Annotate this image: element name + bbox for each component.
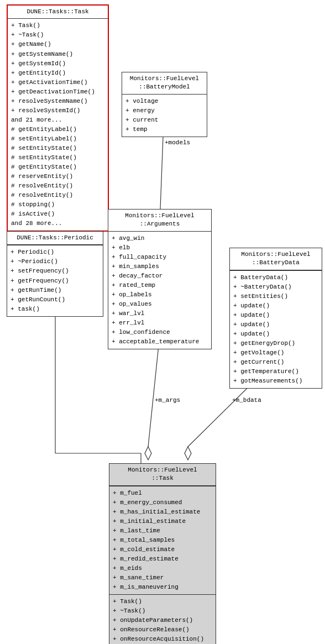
models-label: +models <box>165 139 190 146</box>
dune-task-title: DUNE::Tasks::Task <box>8 6 108 19</box>
svg-marker-10 <box>185 447 191 460</box>
svg-line-2 <box>160 137 163 209</box>
dune-periodic-body: + Periodic() + ~Periodic() + setFrequenc… <box>7 245 103 316</box>
fuel-task-title: Monitors::FuelLevel::Task <box>109 464 216 486</box>
dune-task-body: + Task() + ~Task() + getName() + getSyst… <box>8 19 108 231</box>
svg-marker-8 <box>145 447 151 460</box>
uml-diagram: DUNE::Tasks::Task + Task() + ~Task() + g… <box>0 0 325 644</box>
arguments-body: + avg_win + elb + full_capacity + min_sa… <box>108 232 211 349</box>
fuel-task-methods: + Task() + ~Task() + onUpdateParameters(… <box>109 594 216 644</box>
m-args-label: +m_args <box>155 397 180 404</box>
dune-periodic-title: DUNE::Tasks::Periodic <box>7 232 103 245</box>
battery-model-box: Monitors::FuelLevel::BatteryModel + volt… <box>122 72 207 137</box>
fuel-task-box: Monitors::FuelLevel::Task + m_fuel + m_e… <box>109 463 216 644</box>
battery-data-title: Monitors::FuelLevel::BatteryData <box>230 248 322 270</box>
m-bdata-label: +m_bdata <box>232 397 261 404</box>
arguments-title: Monitors::FuelLevel::Arguments <box>108 210 211 232</box>
arguments-box: Monitors::FuelLevel::Arguments + avg_win… <box>108 209 212 349</box>
fuel-task-members: + m_fuel + m_energy_consumed + m_has_ini… <box>109 486 216 595</box>
dune-periodic-box: DUNE::Tasks::Periodic + Periodic() + ~Pe… <box>7 231 103 317</box>
battery-data-box: Monitors::FuelLevel::BatteryData + Batte… <box>229 248 322 389</box>
battery-model-title: Monitors::FuelLevel::BatteryModel <box>122 72 207 95</box>
battery-model-body: + voltage + energy + current + temp <box>122 95 207 137</box>
battery-data-body: + BatteryData() + ~BatteryData() + setEn… <box>230 270 322 389</box>
dune-task-box: DUNE::Tasks::Task + Task() + ~Task() + g… <box>7 4 109 232</box>
